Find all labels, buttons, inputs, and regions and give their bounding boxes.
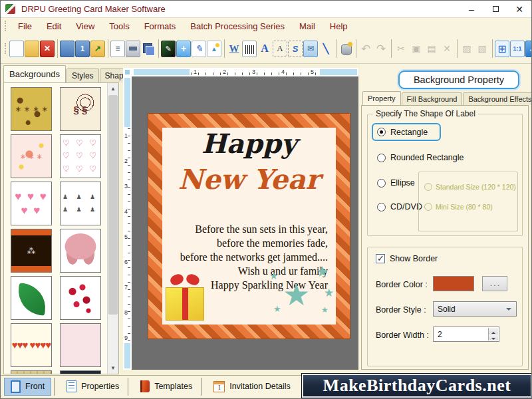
radio-rectangle[interactable]: Rectangle [372,123,441,141]
save-icon[interactable] [60,41,74,57]
border-color-browse-button[interactable]: . . . [482,276,507,291]
print-icon[interactable] [126,41,140,57]
delete-icon[interactable]: ✕ [440,41,454,57]
text-art-icon[interactable]: A [273,41,287,57]
menu-file[interactable]: File [11,21,39,31]
cut-icon[interactable]: ✂ [394,41,408,57]
maximize-button[interactable] [483,1,507,17]
show-border-checkbox[interactable]: Show Border [376,254,438,263]
menu-tools[interactable]: Tools [102,21,136,31]
tab-styles[interactable]: Styles [66,68,99,82]
tab-background-effects[interactable]: Background Effects [463,92,532,105]
card-title-line2[interactable]: New Year [162,164,336,196]
thumbnail-hearts-collage[interactable]: ♥♥♥ ♥♥♥♥ [11,323,52,367]
border-width-input[interactable]: 2 [433,327,499,342]
thumbnail-wedding-dancers[interactable]: ♟ ♟ ♟ ♟ ♟ ♟ [60,182,101,225]
fit-page-icon[interactable]: ↔ [525,41,532,57]
radio-ellipse[interactable]: Ellipse [377,178,415,188]
copies-icon[interactable] [141,41,156,57]
spinner-up-icon[interactable] [489,328,498,334]
makebirthdaycards-banner[interactable]: MakeBirthdayCards.net [301,373,532,398]
border-style-dropdown[interactable]: Solid [433,301,517,317]
menu-view[interactable]: View [68,21,102,31]
card-title-line1[interactable]: Happy [162,128,336,159]
tab-templates[interactable]: Templates [134,378,198,396]
scroll-down-icon[interactable]: ▼ [108,362,118,374]
spinner-down-icon[interactable] [489,334,498,341]
watermark-icon[interactable]: W [227,41,241,57]
toolbar-separator [457,39,458,58]
new-document-icon[interactable] [9,41,24,57]
thumbnail-rose-petals[interactable] [60,276,101,320]
send-backward-icon[interactable]: ▧ [475,41,489,57]
background-thumbnail-grid: ∗ ∗ ∗ ∗ § § ∗ ∗ ∗ ♡ ♡ ♡ ♡ ♡ ♡ ♡ ♡ ♡ ♥ ♥ … [4,83,107,374]
thumbnail-pink-texture[interactable] [60,323,101,367]
barcode-icon[interactable] [242,41,257,57]
thumbnail-pink-floral[interactable]: ∗ ∗ ∗ [11,134,52,178]
radio-rounded-rectangle[interactable]: Rounded Rectangle [377,153,464,162]
border-color-label: Border Color : [376,280,428,289]
tab-property[interactable]: Property [362,91,401,105]
database-icon[interactable] [338,41,353,57]
thumbnail-leaf-elephant[interactable] [11,276,52,320]
open-folder-icon[interactable]: ↗ [90,41,105,57]
thumbnail-paisley-sketch[interactable]: § § [60,87,101,131]
close-file-icon[interactable]: ✕ [40,41,55,57]
drag-handle[interactable] [5,21,7,31]
menu-mail[interactable]: Mail [292,21,323,31]
thumbnail-navy-roses[interactable] [60,370,101,374]
tab-backgrounds[interactable]: Backgrounds [3,65,66,82]
font-style-icon[interactable]: A [257,41,272,57]
pen-tool-icon[interactable]: ✎ [192,41,206,57]
menu-formats[interactable]: Formats [137,21,184,31]
greeting-card[interactable]: Happy New Year Before the sun sets in th… [148,114,350,338]
grid-view-icon[interactable]: ⊞ [495,41,509,57]
shapes-tool-icon[interactable]: ▲ [207,41,221,57]
stars-icon[interactable]: ★ ★ ★ ★ ★ ★ [268,263,334,323]
thumbnail-gold-floral[interactable]: ∗ ∗ ∗ ∗ [11,87,52,131]
thumbnail-heart-outlines[interactable]: ♡ ♡ ♡ ♡ ♡ ♡ ♡ ♡ ♡ [60,134,101,178]
signature-icon[interactable]: S [288,41,303,57]
actual-size-icon[interactable]: 1:1 [510,41,525,57]
radio-standard-size: Standard Size (120 * 120) [424,183,516,191]
thumbnail-pink-elephant[interactable] [60,229,101,273]
thumbnail-scrollbar[interactable]: ▲ ▼ [107,83,118,374]
open-file-icon[interactable] [25,41,39,57]
canvas-workspace[interactable]: Happy New Year Before the sun sets in th… [132,76,358,370]
tab-properties[interactable]: Properties [61,378,125,396]
thumbnail-pink-hearts[interactable]: ♥ ♥ ♥ ♥ ♥ [11,182,52,225]
redo-icon[interactable]: ↷ [374,41,388,57]
card-background[interactable]: Happy New Year Before the sun sets in th… [162,128,336,325]
spinner-buttons [488,328,498,340]
border-color-swatch[interactable] [433,276,474,291]
mail-icon[interactable]: ✉ [303,41,318,57]
menu-help[interactable]: Help [323,21,355,31]
line-tool-icon[interactable]: ╲ [319,41,333,57]
tab-fill-background[interactable]: Fill Background [402,92,463,105]
tab-label: Invitation Details [229,382,291,391]
menu-batch-processing-series[interactable]: Batch Processing Series [183,21,292,31]
radio-cd-dvd[interactable]: CD/DVD [377,202,422,211]
scroll-up-icon[interactable]: ▲ [108,83,118,94]
save-as-icon[interactable]: 1 [75,41,90,57]
bring-forward-icon[interactable]: ▨ [460,41,474,57]
paste-icon[interactable]: ▤ [424,41,439,57]
thumbnail-gold-stripe[interactable] [11,370,52,374]
print-preview-icon[interactable]: ≡ [110,41,125,57]
size-options-group: Standard Size (120 * 120) Mini Size (80 … [418,172,518,231]
add-image-icon[interactable]: + [176,41,191,57]
undo-icon[interactable]: ↶ [358,41,373,57]
gift-icon[interactable] [164,271,207,321]
close-button[interactable]: ✕ [507,1,531,17]
gift-ribbon [182,288,188,320]
tab-invitation-details[interactable]: Invitation Details [207,378,297,396]
drag-handle[interactable] [5,43,6,54]
border-width-label: Border Width : [376,331,429,340]
tab-front[interactable]: Front [4,378,51,396]
minimize-button[interactable]: – [460,1,483,17]
scrollbar-thumb[interactable] [108,95,118,315]
thumbnail-tribal-ganesha[interactable]: ⁂ [11,229,52,273]
menu-edit[interactable]: Edit [39,21,68,31]
edit-image-icon[interactable]: ✎ [161,41,176,57]
copy-icon[interactable]: ▣ [409,41,424,57]
